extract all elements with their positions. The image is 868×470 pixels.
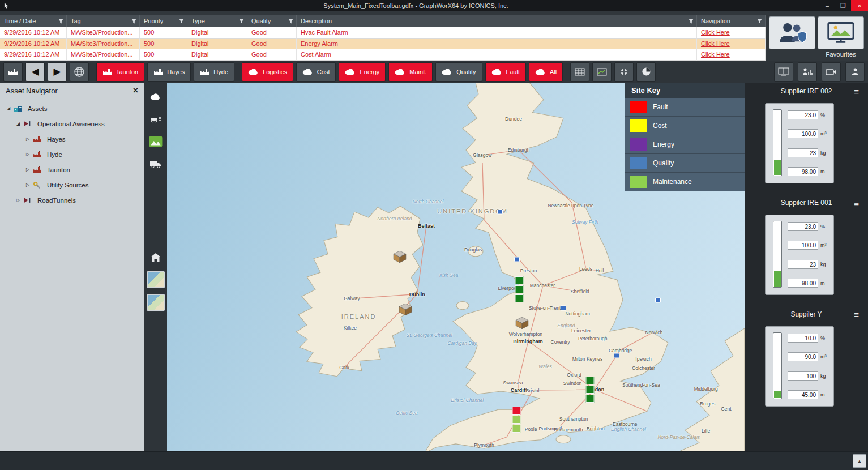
filter-funnel-icon[interactable] [178, 18, 185, 24]
site-button-hyde[interactable]: Hyde [194, 62, 234, 82]
toolbar-operator-button[interactable] [845, 62, 865, 82]
category-button-label: Maint. [409, 69, 426, 75]
map-label: Manchester [530, 283, 555, 288]
toolbar-collapse-panels-button[interactable] [614, 62, 634, 82]
terrain-icon[interactable] [147, 133, 165, 151]
alarm-row[interactable]: 9/29/2016 10:12 AMMA/Site3/Production...… [0, 39, 766, 50]
navigation-link[interactable]: Click Here [701, 40, 730, 47]
filter-funnel-icon[interactable] [688, 18, 694, 24]
column-header-navigation[interactable]: Navigation [697, 15, 766, 27]
map-label: English Channel [611, 426, 646, 432]
status-stack-marker[interactable] [512, 407, 521, 433]
home-icon[interactable] [147, 248, 165, 266]
minimize-button[interactable]: – [819, 0, 835, 11]
expander-icon[interactable]: ◢ [5, 106, 12, 111]
toolbar-forward-button[interactable]: ▶ [48, 62, 67, 82]
map-label: Solway Firth [572, 219, 598, 225]
toolbar-operator-trends-button[interactable] [798, 62, 817, 82]
toolbar-alarm-grid-button[interactable] [570, 62, 589, 82]
tree-item-roadtunnels[interactable]: ▷RoadTunnels [0, 193, 144, 208]
category-button-maint[interactable]: Maint. [388, 62, 433, 82]
map-thumbnail-2[interactable] [147, 293, 165, 311]
unit-label: m [820, 169, 829, 174]
value-row: 45.00m [788, 390, 829, 399]
toolbar-camera-view-button[interactable] [822, 62, 841, 82]
tree-item-utility-sources[interactable]: ▷Utility Sources [0, 177, 144, 193]
cloud-icon[interactable] [147, 87, 165, 105]
displays-favourite-button[interactable] [818, 16, 864, 49]
expander-icon[interactable]: ▷ [24, 167, 32, 172]
alarm-row[interactable]: 9/29/2016 10:12 AMMA/Site3/Production...… [0, 49, 766, 61]
alarm-cell: Energy Alarm [297, 39, 697, 50]
column-header-priority[interactable]: Priority [140, 15, 187, 27]
value-box: 23.0 [788, 110, 818, 119]
filter-funnel-icon[interactable] [238, 18, 245, 24]
category-button-logistics[interactable]: Logistics [242, 62, 293, 82]
toolbar-back-button[interactable]: ◀ [25, 62, 45, 82]
map-label: Dublin [409, 292, 425, 297]
column-header-type[interactable]: Type [187, 15, 247, 27]
column-header-quality[interactable]: Quality [247, 15, 297, 27]
filter-funnel-icon[interactable] [288, 18, 294, 24]
status-stack-marker[interactable] [585, 377, 594, 403]
toolbar-schedule-button[interactable] [636, 62, 656, 82]
expander-icon[interactable]: ▷ [24, 136, 32, 142]
category-button-cost[interactable]: Cost [296, 62, 336, 82]
category-button-energy[interactable]: Energy [339, 62, 386, 82]
category-button-quality[interactable]: Quality [435, 62, 482, 82]
site-building-marker[interactable] [393, 251, 407, 263]
toolbar-globe-button[interactable] [70, 62, 89, 82]
truck-icon[interactable] [147, 155, 165, 173]
close-icon[interactable]: × [133, 86, 138, 95]
maximize-button[interactable]: ❒ [835, 0, 851, 11]
filter-funnel-icon[interactable] [756, 18, 763, 24]
supplier-card: 23.0%100.0m³23kg98.00m [765, 103, 834, 183]
operators-favourite-button[interactable] [769, 16, 815, 49]
map-label: Oxford [567, 372, 581, 378]
tree-item-hyde[interactable]: ▷Hyde [0, 147, 144, 162]
column-header-description[interactable]: Description [297, 15, 697, 27]
toolbar-display-grid-button[interactable] [774, 62, 793, 82]
status-stack-marker[interactable] [515, 276, 524, 302]
map-thumbnail-1[interactable] [147, 271, 165, 289]
expander-icon[interactable]: ◢ [14, 121, 22, 126]
value-row: 23kg [788, 260, 829, 269]
tree-item-assets[interactable]: ◢Assets [0, 101, 144, 116]
tree-item-label: Taunton [47, 166, 70, 173]
expander-icon[interactable]: ▷ [14, 198, 22, 203]
supplier-values: 10.0%90.0m³100kg45.00m [788, 332, 829, 400]
status-block [512, 416, 521, 424]
alarm-cell: MA/Site3/Production... [67, 39, 140, 50]
tree-item-operational-awareness[interactable]: ◢Operational Awareness [0, 116, 144, 131]
column-header-time-date[interactable]: Time / Date [0, 15, 67, 27]
toolbar-trend-analysis-button[interactable] [592, 62, 612, 82]
menu-icon[interactable]: ≡ [854, 310, 859, 319]
expander-icon[interactable]: ▷ [24, 152, 32, 157]
value-box: 10.0 [788, 334, 818, 343]
site-button-hayes[interactable]: Hayes [147, 62, 191, 82]
column-header-tag[interactable]: Tag [67, 15, 140, 27]
tree-item-taunton[interactable]: ▷Taunton [0, 162, 144, 177]
alarm-row[interactable]: 9/29/2016 10:12 AMMA/Site3/Production...… [0, 27, 766, 39]
category-button-fault[interactable]: Fault [485, 62, 526, 82]
motorway-badge-icon [655, 298, 661, 303]
main-toolbar: ◀▶ TauntonHayesHyde LogisticsCostEnergyM… [0, 61, 868, 83]
navigation-link[interactable]: Click Here [701, 29, 730, 36]
site-building-marker[interactable] [399, 304, 412, 316]
supplier-section-suppiler-ire-001: Suppiler IRE 001≡23.0%100.0m³23kg98.00m [745, 197, 868, 295]
site-building-marker[interactable] [515, 317, 529, 330]
filter-funnel-icon[interactable] [131, 18, 137, 24]
menu-icon[interactable]: ≡ [854, 199, 859, 207]
site-button-taunton[interactable]: Taunton [96, 62, 144, 82]
tree-item-hayes[interactable]: ▷Hayes [0, 131, 144, 147]
navigation-link[interactable]: Click Here [701, 51, 730, 58]
scroll-up-button[interactable]: ▲ [853, 454, 866, 468]
expander-icon[interactable]: ▷ [24, 182, 32, 187]
menu-icon[interactable]: ≡ [854, 87, 859, 96]
filter-funnel-icon[interactable] [58, 18, 64, 24]
toolbar-sites-home-button[interactable] [3, 62, 23, 82]
category-button-all[interactable]: All [529, 62, 563, 82]
close-button[interactable]: × [851, 0, 868, 11]
map-view[interactable]: DundeeGlasgowEdinburghNewcastle upon Tyn… [167, 83, 745, 451]
traffic-icon[interactable] [147, 110, 165, 128]
